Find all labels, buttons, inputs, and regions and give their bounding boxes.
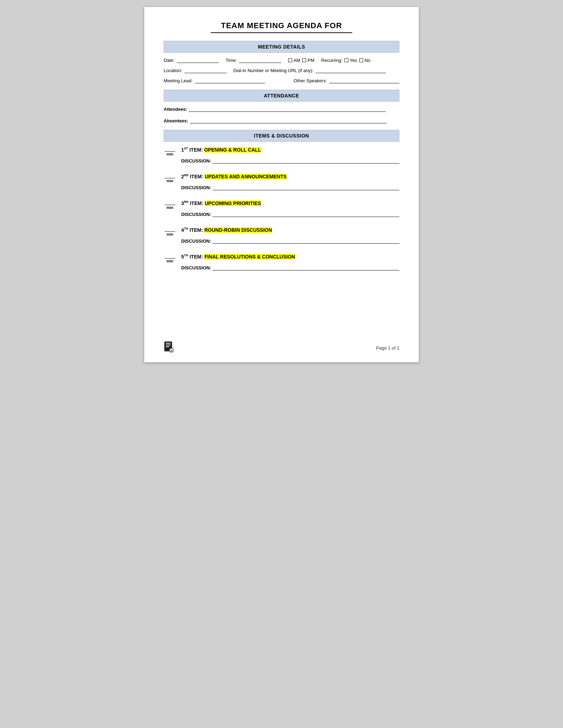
item-1-header-row: min 1ST ITEM: OPENING & ROLL CALL: [164, 147, 399, 156]
recurring-label: Recurring:: [321, 58, 342, 63]
item-5-discussion-row: DISCUSSION:: [181, 265, 399, 270]
agenda-item-3: min 3RD ITEM: UPCOMING PRIORITIES DISCUS…: [164, 200, 399, 217]
item-4-discussion-label: DISCUSSION:: [181, 238, 211, 244]
item-5-discussion-label: DISCUSSION:: [181, 265, 211, 270]
pm-checkbox-group: PM: [302, 58, 315, 63]
item-2-discussion-line[interactable]: [213, 185, 399, 190]
meeting-details-section: MEETING DETAILS Date: Time: AM PM Recurr…: [164, 41, 399, 83]
no-checkbox[interactable]: [359, 58, 363, 62]
item-4-discussion-line[interactable]: [213, 239, 399, 244]
svg-rect-2: [166, 345, 171, 345]
time-label: Time:: [226, 58, 237, 63]
meeting-lead-label: Meeting Lead:: [164, 78, 192, 83]
item-5-min-line[interactable]: [165, 254, 175, 258]
item-2-discussion-label: DISCUSSION:: [181, 185, 211, 190]
item-2-header-row: min 2ND ITEM: UPDATES AND ANNOUNCEMENTS: [164, 173, 399, 183]
item-1-number: 1ST ITEM:: [181, 147, 204, 153]
svg-rect-3: [166, 346, 169, 347]
item-2-min-line[interactable]: [165, 174, 175, 178]
items-section: ITEMS & DISCUSSION min 1ST ITEM: OPENING…: [164, 130, 399, 270]
pm-checkbox[interactable]: [302, 58, 306, 62]
date-time-row: Date: Time: AM PM Recurring: Yes: [164, 58, 399, 63]
item-4-header-row: min 4TH ITEM: ROUND-ROBIN DISCUSSION: [164, 227, 399, 236]
item-4-min-block: min: [164, 228, 176, 236]
dialin-label: Dial-in Number or Meeting URL (if any):: [233, 68, 314, 73]
absentees-field[interactable]: [190, 119, 387, 123]
item-5-number: 5TH ITEM:: [181, 254, 204, 260]
item-1-discussion-line[interactable]: [213, 159, 399, 164]
item-3-min-block: min: [164, 201, 176, 210]
item-1-highlight: OPENING & ROLL CALL: [204, 147, 261, 153]
title-divider: [211, 32, 352, 33]
attendance-section: ATTENDANCE Attendees: Absentees:: [164, 90, 399, 123]
item-2-title: 2ND ITEM: UPDATES AND ANNOUNCEMENTS: [181, 173, 399, 179]
agenda-item-2: min 2ND ITEM: UPDATES AND ANNOUNCEMENTS …: [164, 173, 399, 190]
page-number: Page 1 of 1: [376, 345, 400, 351]
item-3-number: 3RD ITEM:: [181, 200, 205, 206]
item-1-discussion-row: DISCUSSION:: [181, 158, 399, 164]
location-row: Location: Dial-in Number or Meeting URL …: [164, 68, 399, 73]
yes-label: Yes: [350, 58, 357, 63]
yes-checkbox-group: Yes: [344, 58, 357, 63]
meeting-lead-field[interactable]: [195, 78, 265, 83]
location-label: Location:: [164, 68, 182, 73]
absentees-row: Absentees:: [164, 118, 399, 123]
item-3-min-label: min: [166, 205, 173, 210]
leads-row: Meeting Lead: Other Speakers:: [164, 78, 399, 83]
document-page: TEAM MEETING AGENDA FOR MEETING DETAILS …: [144, 7, 419, 362]
item-3-discussion-label: DISCUSSION:: [181, 212, 211, 217]
item-2-min-label: min: [166, 179, 173, 183]
date-field[interactable]: [177, 58, 219, 63]
item-4-title: 4TH ITEM: ROUND-ROBIN DISCUSSION: [181, 227, 399, 233]
item-5-title: 5TH ITEM: FINAL RESOLUTIONS & CONCLUSION: [181, 254, 399, 260]
item-5-min-label: min: [166, 259, 173, 263]
item-5-min-block: min: [164, 254, 176, 263]
page-title: TEAM MEETING AGENDA FOR: [164, 21, 399, 30]
item-1-min-label: min: [166, 152, 173, 156]
item-5-discussion-line[interactable]: [213, 266, 399, 270]
item-4-min-line[interactable]: [165, 228, 175, 232]
item-3-header-row: min 3RD ITEM: UPCOMING PRIORITIES: [164, 200, 399, 210]
other-speakers-label: Other Speakers:: [293, 78, 327, 83]
am-checkbox-group: AM: [288, 58, 301, 63]
dialin-field[interactable]: [316, 68, 386, 73]
pm-label: PM: [308, 58, 315, 63]
item-3-discussion-row: DISCUSSION:: [181, 212, 399, 217]
meeting-details-header: MEETING DETAILS: [164, 41, 399, 53]
item-4-highlight: ROUND-ROBIN DISCUSSION: [204, 227, 272, 233]
item-4-discussion-row: DISCUSSION:: [181, 238, 399, 244]
attendees-field[interactable]: [189, 107, 386, 112]
am-checkbox[interactable]: [288, 58, 292, 62]
date-label: Date:: [164, 58, 175, 63]
item-2-highlight: UPDATES AND ANNOUNCEMENTS: [205, 174, 287, 179]
agenda-item-5: min 5TH ITEM: FINAL RESOLUTIONS & CONCLU…: [164, 254, 399, 270]
other-speakers-field[interactable]: [329, 78, 399, 83]
item-2-number: 2ND ITEM:: [181, 174, 205, 179]
item-2-min-block: min: [164, 174, 176, 183]
yes-checkbox[interactable]: [344, 58, 348, 62]
item-1-title: 1ST ITEM: OPENING & ROLL CALL: [181, 147, 399, 153]
item-5-highlight: FINAL RESOLUTIONS & CONCLUSION: [204, 254, 295, 260]
brand-icon: e: [164, 341, 173, 355]
other-speakers-group: Other Speakers:: [293, 78, 399, 83]
items-header: ITEMS & DISCUSSION: [164, 130, 399, 142]
item-1-discussion-label: DISCUSSION:: [181, 158, 211, 164]
attendance-header: ATTENDANCE: [164, 90, 399, 102]
item-2-discussion-row: DISCUSSION:: [181, 185, 399, 190]
page-footer: e Page 1 of 1: [164, 341, 399, 355]
item-4-min-label: min: [166, 232, 173, 236]
agenda-item-4: min 4TH ITEM: ROUND-ROBIN DISCUSSION DIS…: [164, 227, 399, 244]
meeting-lead-group: Meeting Lead:: [164, 78, 265, 83]
time-field[interactable]: [239, 58, 281, 63]
am-label: AM: [293, 58, 301, 63]
location-field[interactable]: [184, 68, 227, 73]
item-3-min-line[interactable]: [165, 201, 175, 205]
svg-rect-1: [166, 343, 171, 344]
absentees-label: Absentees:: [164, 118, 188, 123]
item-1-min-block: min: [164, 147, 176, 156]
item-5-header-row: min 5TH ITEM: FINAL RESOLUTIONS & CONCLU…: [164, 254, 399, 263]
item-1-min-line[interactable]: [165, 147, 175, 152]
attendees-label: Attendees:: [164, 107, 187, 112]
svg-text:e: e: [171, 349, 172, 352]
item-3-discussion-line[interactable]: [213, 212, 399, 217]
